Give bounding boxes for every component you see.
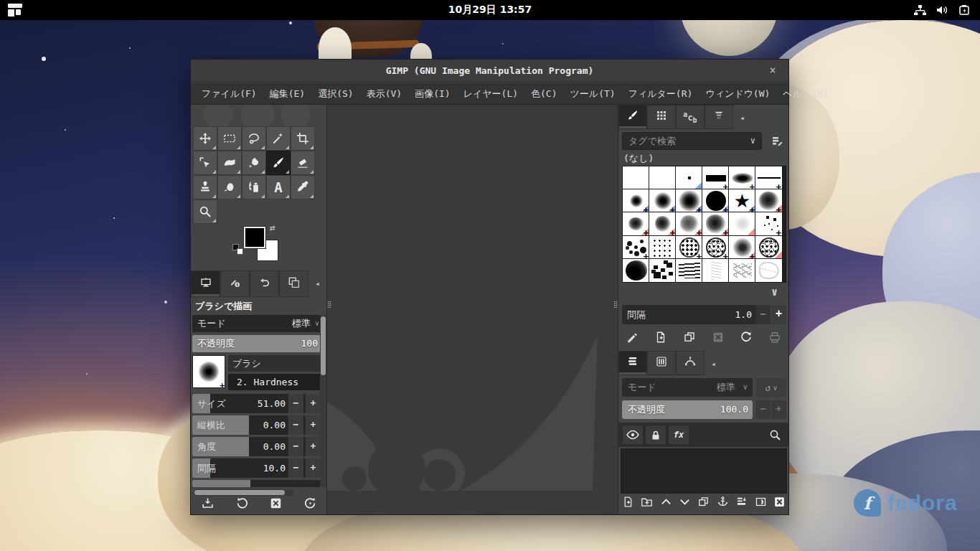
brush-list-edit-icon[interactable] <box>768 133 786 149</box>
effects-fx-icon[interactable]: fx <box>668 425 689 445</box>
dock-tab-channels[interactable] <box>647 351 676 375</box>
opacity-decrease-button[interactable]: − <box>756 400 771 419</box>
dock-tab-layers[interactable] <box>618 351 647 375</box>
menu-3[interactable]: 表示(V) <box>360 83 408 105</box>
brush-swatch[interactable]: + <box>676 189 702 212</box>
text-tool[interactable]: A <box>266 175 291 199</box>
save-preset-button[interactable] <box>197 494 219 512</box>
anchor-layer-button[interactable] <box>714 495 731 512</box>
dock-tab-device-status[interactable] <box>220 270 250 297</box>
slider-3[interactable]: 間隔10.0 − + <box>192 458 321 478</box>
menu-9[interactable]: ウィンドウ(W) <box>699 83 776 105</box>
brush-swatch[interactable] <box>755 259 782 282</box>
raise-layer-button[interactable] <box>657 495 674 512</box>
brush-swatch[interactable]: + <box>702 212 729 235</box>
brush-swatch[interactable]: + <box>702 236 729 259</box>
menu-6[interactable]: 色(C) <box>524 83 563 105</box>
brush-swatch[interactable] <box>649 236 676 259</box>
foreground-color-swatch[interactable] <box>244 227 265 248</box>
dock-tab-brushes[interactable] <box>618 105 647 129</box>
brush-swatch[interactable]: + <box>755 212 782 235</box>
tool-options-vertical-scrollbar[interactable] <box>320 315 326 487</box>
fuzzy-select-tool[interactable] <box>266 126 291 151</box>
menu-4[interactable]: 画像(I) <box>408 83 456 105</box>
eraser-tool[interactable] <box>291 151 315 175</box>
gradient-tool[interactable] <box>217 151 242 175</box>
add-mask-button[interactable] <box>752 495 769 512</box>
paint-mode-dropdown[interactable]: モード 標準 ∨ <box>192 315 321 332</box>
bucket-fill-tool[interactable] <box>242 151 266 175</box>
paintbrush-tool[interactable] <box>266 151 291 175</box>
visibility-eye-icon[interactable] <box>622 425 644 445</box>
zoom-tool[interactable] <box>193 199 217 224</box>
smudge-tool[interactable] <box>217 175 242 199</box>
default-colors-icon[interactable] <box>232 244 244 255</box>
mode-group-switch-button[interactable]: ↺∨ <box>756 378 786 397</box>
system-status-area[interactable] <box>914 0 971 20</box>
slider-1[interactable]: 縦横比0.00 − + <box>192 415 321 435</box>
opacity-increase-button[interactable]: + <box>771 400 786 419</box>
increase-button[interactable]: + <box>305 415 321 435</box>
move-tool[interactable] <box>193 126 217 151</box>
menu-1[interactable]: 編集(E) <box>263 83 311 105</box>
menu-0[interactable]: ファイル(F) <box>195 83 263 105</box>
decrease-button[interactable]: − <box>288 394 303 413</box>
brush-swatch[interactable]: + <box>729 166 755 189</box>
brush-swatch[interactable]: + <box>623 189 649 212</box>
decrease-button[interactable]: − <box>288 437 303 456</box>
chevron-down-icon[interactable]: ∨ <box>750 133 755 149</box>
dock-tab-gradients[interactable] <box>705 105 733 129</box>
rectangle-select-tool[interactable] <box>217 126 242 151</box>
menu-2[interactable]: 選択(S) <box>311 83 359 105</box>
panel-separator-grip[interactable]: ⣿ <box>613 303 617 319</box>
spacing-increase-button[interactable]: + <box>771 305 786 324</box>
brush-swatch[interactable]: + <box>623 236 649 259</box>
brush-swatch[interactable]: + <box>676 212 702 235</box>
increase-button[interactable]: + <box>305 437 321 456</box>
brush-swatch[interactable] <box>676 259 702 282</box>
delete-preset-button[interactable] <box>265 494 287 512</box>
duplicate-layer-button[interactable] <box>695 495 712 512</box>
decrease-button[interactable]: − <box>288 415 303 435</box>
increase-button[interactable]: + <box>305 394 321 413</box>
brush-swatch[interactable]: + <box>649 189 676 212</box>
brush-spacing-slider[interactable]: 間隔 1.0 <box>622 305 756 324</box>
edit-brush-button[interactable] <box>622 328 644 347</box>
menu-5[interactable]: レイヤー(L) <box>457 83 524 105</box>
transform-tool[interactable] <box>193 151 217 175</box>
crop-tool[interactable] <box>291 126 315 151</box>
dock-tab-undo-history[interactable] <box>250 270 279 297</box>
window-titlebar[interactable]: GIMP (GNU Image Manipulation Program) × <box>191 60 788 83</box>
dock-tab-tool-options[interactable] <box>191 270 220 297</box>
menu-10[interactable]: ヘルプ(H) <box>776 83 834 105</box>
brush-grid-scroll[interactable]: ∨ <box>622 286 786 301</box>
color-picker-tool[interactable] <box>291 175 315 199</box>
brush-swatch[interactable]: + <box>649 212 676 235</box>
partial-slider[interactable] <box>192 480 321 487</box>
new-layer-button[interactable] <box>619 495 636 512</box>
brush-swatch[interactable] <box>649 259 676 282</box>
restore-preset-button[interactable] <box>231 494 253 512</box>
merge-down-button[interactable] <box>733 495 750 512</box>
dock-tab-images[interactable] <box>279 270 308 297</box>
brush-swatch[interactable] <box>623 166 649 189</box>
brush-swatch[interactable] <box>729 259 755 282</box>
clone-tool[interactable] <box>193 175 217 199</box>
duplicate-brush-button[interactable] <box>679 328 700 347</box>
brush-swatch[interactable]: + <box>702 189 729 212</box>
dock-tab-fonts[interactable]: acb <box>676 105 705 129</box>
brush-swatch[interactable]: ★+ <box>729 189 755 212</box>
panel-menu-icon[interactable]: ◂ <box>705 351 722 377</box>
brush-swatch[interactable]: + <box>755 189 782 212</box>
dock-tab-paths[interactable] <box>676 351 705 375</box>
brush-swatch[interactable]: + <box>755 166 782 189</box>
delete-layer-button[interactable] <box>771 495 788 512</box>
brush-swatch[interactable] <box>755 236 782 259</box>
dock-tab-patterns[interactable] <box>647 105 676 129</box>
new-group-button[interactable] <box>639 495 656 512</box>
brush-name[interactable]: 2. Hardness 050 <box>228 374 321 390</box>
brush-swatch[interactable] <box>702 259 729 282</box>
free-select-tool[interactable] <box>242 126 266 151</box>
menu-7[interactable]: ツール(T) <box>564 83 622 105</box>
brush-swatch[interactable]: + <box>729 236 755 259</box>
